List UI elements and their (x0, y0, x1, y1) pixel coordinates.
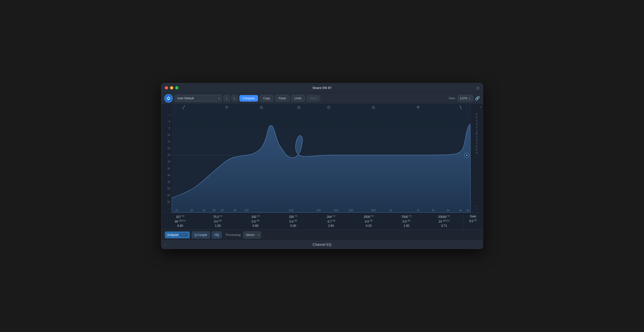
band-1-freq: 107 Hz (176, 215, 184, 219)
right-axis-2: 2 (476, 126, 478, 128)
nav-back-button[interactable]: ‹ (224, 95, 230, 101)
copy-button[interactable]: Copy (260, 95, 273, 101)
svg-text:300: 300 (316, 209, 321, 212)
svg-text:◇: ◇ (297, 105, 300, 109)
gain-value: 0.0 dB (469, 219, 477, 223)
axis-35: 35 (161, 167, 172, 170)
band-1-db: 48 dB/Oct (175, 219, 186, 223)
gain-info-col: Gain 0.0 dB (463, 214, 483, 229)
band-3-info: 100 Hz 0.0 dB 0.60 (237, 214, 274, 229)
footer-bar: › Channel EQ (161, 240, 483, 249)
paste-button[interactable]: Paste (275, 95, 290, 101)
minimize-button[interactable] (170, 86, 173, 89)
band-5-q: 2.60 (328, 224, 334, 228)
view-step-down-icon[interactable]: ▼ (469, 98, 471, 100)
band-6-freq: 2500 Hz (364, 215, 374, 219)
band-5-db: -3.7 dB (327, 219, 335, 223)
svg-text:⊃: ⊃ (225, 105, 228, 109)
svg-text:500: 500 (349, 209, 353, 212)
analyzer-label: Analyzer (167, 233, 179, 237)
link-icon[interactable]: 🔗 (475, 96, 480, 100)
axis-minus: – (161, 208, 172, 210)
footer-title: Channel EQ (312, 243, 332, 247)
svg-text:3k: 3k (432, 209, 435, 212)
band-5-freq: 294 Hz (327, 215, 335, 219)
band-info-row: 107 Hz 48 dB/Oct 0.60 75.0 Hz 0.0 dB 1.0… (161, 212, 483, 230)
bottom-controls: Analyzer POST Q-Couple HQ Processing: St… (161, 230, 483, 240)
traffic-lights (165, 86, 178, 89)
preset-dropdown-wrapper: User Default ▾ (175, 95, 222, 102)
band-6-db: 0.0 dB (365, 219, 372, 223)
svg-text:2k: 2k (417, 209, 420, 212)
right-axis-2-bot: 2 (476, 139, 478, 141)
axis-60: 60 (161, 201, 172, 203)
window-controls-right: ⊡ (476, 86, 480, 90)
svg-text:╱: ╱ (182, 105, 185, 109)
eq-main[interactable]: 20 30 40 50 60 80 100 200 300 400 500 80… (172, 104, 470, 212)
window-tile-icon[interactable]: ⊡ (476, 86, 480, 90)
right-axis-3-bot: 3 (476, 142, 478, 144)
band-8-freq: 20000 Hz (438, 215, 450, 219)
right-axis-5: 5 (476, 116, 478, 119)
svg-text:50: 50 (212, 209, 216, 212)
band-2-db: 0.0 dB (214, 219, 222, 223)
band-4-info: 250 Hz 0.0 dB 0.30 (274, 214, 312, 229)
svg-text:◇: ◇ (260, 105, 263, 109)
svg-text:20: 20 (175, 209, 178, 212)
footer-expand-button[interactable]: › (165, 243, 166, 246)
hq-button[interactable]: HQ (212, 232, 222, 238)
redo-button[interactable]: Redo (307, 95, 320, 101)
band-8-info: 20000 Hz 24 dB/Oct 0.71 (425, 214, 463, 229)
svg-text:30: 30 (190, 209, 193, 212)
band-7-freq: 7500 Hz (401, 215, 412, 219)
axis-25: 25 (161, 154, 172, 156)
svg-text:⊂: ⊂ (416, 105, 420, 109)
band-6-info: 2500 Hz 0.0 dB 0.20 (350, 214, 388, 229)
svg-text:40: 40 (202, 209, 205, 212)
maximize-button[interactable] (175, 86, 178, 89)
compare-button[interactable]: Compare (240, 95, 258, 101)
right-axis-1-bot: 1 (476, 135, 478, 138)
band-5-info: 294 Hz -3.7 dB 2.60 (312, 214, 350, 229)
qcouple-button[interactable]: Q-Couple (192, 232, 210, 238)
right-axis-4: 4 (476, 119, 478, 122)
view-label: View: (448, 97, 456, 100)
view-step-up-icon[interactable]: ▲ (469, 96, 471, 98)
axis-plus: + (161, 114, 172, 116)
titlebar: Snare OS 07 ⊡ (161, 83, 483, 93)
axis-55: 55 (161, 194, 172, 197)
right-gain-axis: + 6 5 4 3 2 1 0 1 2 3 4 5 6 (470, 104, 483, 212)
toolbar-right: View: 122% ▲ ▼ 🔗 (448, 95, 480, 101)
view-percent-control[interactable]: 122% ▲ ▼ (458, 95, 473, 101)
analyzer-button[interactable]: Analyzer POST (165, 232, 190, 238)
axis-15: 15 (161, 141, 172, 143)
nav-forward-button[interactable]: › (232, 95, 238, 101)
svg-text:1k: 1k (389, 209, 392, 212)
processing-label: Processing: (226, 233, 241, 237)
processing-dropdown-wrapper: Stereo Left Right Mid Side ▾ (243, 232, 261, 238)
band-8-db: 24 dB/Oct (439, 219, 450, 223)
svg-text:200: 200 (289, 209, 293, 212)
undo-button[interactable]: Undo (291, 95, 305, 101)
svg-point-64 (466, 154, 468, 156)
gain-minus-btn[interactable]: – (476, 205, 478, 207)
svg-text:800: 800 (371, 209, 376, 212)
band-6-q: 0.20 (366, 224, 372, 228)
svg-text:6k: 6k (459, 209, 462, 212)
svg-text:400: 400 (334, 209, 338, 212)
band-3-q: 0.60 (252, 224, 258, 228)
band-8-q: 0.71 (441, 224, 447, 228)
band-7-q: 1.00 (404, 224, 409, 228)
band-3-db: 0.0 dB (252, 219, 260, 223)
band-2-q: 1.00 (215, 224, 221, 228)
power-button[interactable]: ⏻ (164, 94, 173, 102)
processing-dropdown[interactable]: Stereo Left Right Mid Side (243, 232, 261, 238)
close-button[interactable] (165, 86, 168, 89)
svg-text:80: 80 (233, 209, 236, 212)
window-title: Snare OS 07 (312, 86, 332, 90)
axis-40: 40 (161, 174, 172, 177)
axis-10: 10 (161, 134, 172, 136)
preset-dropdown[interactable]: User Default (175, 95, 222, 102)
view-stepper[interactable]: ▲ ▼ (469, 96, 471, 100)
svg-text:60: 60 (221, 209, 224, 212)
